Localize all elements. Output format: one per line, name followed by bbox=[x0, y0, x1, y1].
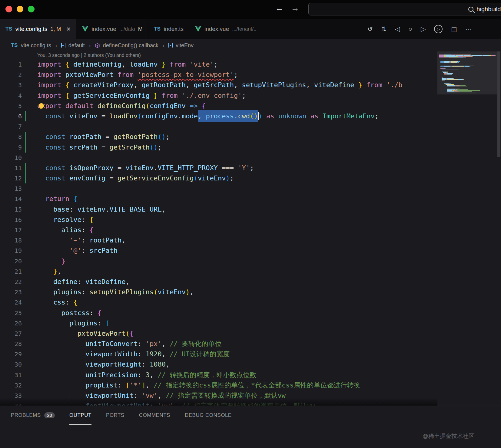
line-number: 1 bbox=[0, 59, 22, 70]
minimap-slider[interactable] bbox=[437, 51, 497, 94]
code-text: '@': srcPath bbox=[0, 245, 501, 256]
code-line-2[interactable]: 2import pxtoViewPort from 'postcss-px-to… bbox=[0, 70, 501, 80]
breadcrumb-item[interactable]: viteEnv bbox=[176, 42, 194, 49]
gutter-change-indicator bbox=[25, 173, 26, 183]
code-line-30[interactable]: 30 viewportHeight: 1080, bbox=[0, 359, 501, 370]
code-line-17[interactable]: 17 alias: { bbox=[0, 225, 501, 235]
code-line-21[interactable]: 21 }, bbox=[0, 266, 501, 277]
line-number: 9 bbox=[0, 142, 22, 153]
code-text: plugins: [ bbox=[0, 318, 501, 328]
minimap[interactable] bbox=[437, 51, 497, 406]
scrollbar-thumb[interactable] bbox=[497, 51, 500, 157]
code-line-24[interactable]: 24 css: { bbox=[0, 297, 501, 308]
code-line-28[interactable]: 28 unitToConvert: 'px', // 要转化的单位 bbox=[0, 339, 501, 349]
code-line-4[interactable]: 4import { getServiceEnvConfig } from './… bbox=[0, 91, 501, 101]
previous-change-icon[interactable]: ◁ bbox=[395, 25, 400, 33]
code-text: pxtoViewPort({ bbox=[0, 328, 501, 339]
code-text: viewportHeight: 1080, bbox=[0, 359, 501, 370]
timeline-history-icon[interactable]: ↺ bbox=[367, 25, 373, 33]
code-line-3[interactable]: 3import { createViteProxy, getRootPath, … bbox=[0, 80, 501, 90]
code-text: unitToConvert: 'px', // 要转化的单位 bbox=[0, 339, 501, 349]
code-text: const viteEnv = loadEnv(configEnv.mode, … bbox=[0, 111, 501, 121]
breadcrumb-item[interactable]: default bbox=[68, 42, 85, 49]
code-line-13[interactable]: 13 bbox=[0, 183, 501, 194]
line-number: 25 bbox=[0, 308, 22, 318]
editor: You, 3 seconds ago | 2 authors (You and … bbox=[0, 51, 501, 406]
code-line-23[interactable]: 23 plugins: setupVitePlugins(viteEnv), bbox=[0, 287, 501, 297]
editor-tab-index.vue[interactable]: index.vue.../tenant/.. bbox=[189, 19, 262, 39]
vue-file-icon bbox=[82, 26, 88, 32]
command-center-search[interactable]: highbuildin bbox=[308, 3, 501, 15]
code-line-9[interactable]: 9 const srcPath = getSrcPath(); bbox=[0, 142, 501, 153]
code-line-11[interactable]: 11 const isOpenProxy = viteEnv.VITE_HTTP… bbox=[0, 163, 501, 173]
split-editor-icon[interactable]: ◫ bbox=[451, 25, 457, 33]
code-text: } bbox=[0, 256, 501, 266]
more-actions-icon[interactable]: ⋯ bbox=[466, 25, 472, 33]
code-text: export default defineConfig(configEnv =>… bbox=[0, 101, 501, 111]
window-controls bbox=[5, 6, 35, 12]
code-line-6[interactable]: 6 const viteEnv = loadEnv(configEnv.mode… bbox=[0, 111, 501, 121]
zoom-window-button[interactable] bbox=[28, 6, 35, 12]
nav-forward-button[interactable]: → bbox=[291, 3, 299, 13]
editor-tab-index.ts[interactable]: TSindex.ts bbox=[148, 19, 189, 39]
breadcrumb-file[interactable]: vite.config.ts bbox=[21, 42, 51, 49]
code-line-12[interactable]: 12 const envConfig = getServiceEnvConfig… bbox=[0, 173, 501, 183]
panel-tab-output[interactable]: OUTPUT bbox=[69, 406, 91, 425]
watermark: @稀土掘金技术社区 bbox=[423, 432, 474, 440]
vertical-scrollbar[interactable] bbox=[497, 51, 501, 406]
line-number: 3 bbox=[0, 80, 22, 90]
code-text: resolve: { bbox=[0, 215, 501, 225]
lightbulb-icon[interactable] bbox=[39, 103, 44, 108]
code-line-5[interactable]: 5export default defineConfig(configEnv =… bbox=[0, 101, 501, 111]
code-line-18[interactable]: 18 '~': rootPath, bbox=[0, 235, 501, 245]
code-line-31[interactable]: 31 unitPrecision: 3, // 转换后的精度，即小数点位数 bbox=[0, 370, 501, 380]
editor-tab-vite.config.ts[interactable]: TSvite.config.ts1, M× bbox=[0, 19, 76, 39]
breadcrumb-item[interactable]: defineConfig() callback bbox=[103, 42, 158, 49]
symbol-method-icon bbox=[95, 43, 100, 48]
code-line-29[interactable]: 29 viewportWidth: 1920, // UI设计稿的宽度 bbox=[0, 349, 501, 359]
code-text: }, bbox=[0, 266, 501, 277]
code-line-14[interactable]: 14 return { bbox=[0, 194, 501, 204]
code-line-27[interactable]: 27 pxtoViewPort({ bbox=[0, 328, 501, 339]
code-line-15[interactable]: 15 base: viteEnv.VITE_BASE_URL, bbox=[0, 204, 501, 215]
code-text: const envConfig = getServiceEnvConfig(vi… bbox=[0, 173, 501, 183]
bottom-panel: PROBLEMS20OUTPUTPORTSCOMMENTSDEBUG CONSO… bbox=[0, 406, 501, 448]
typescript-file-icon: TS bbox=[11, 42, 18, 48]
code-line-25[interactable]: 25 postcss: { bbox=[0, 308, 501, 318]
next-change-icon[interactable]: ▷ bbox=[421, 25, 426, 33]
close-tab-icon[interactable]: × bbox=[66, 25, 71, 33]
code-text: base: viteEnv.VITE_BASE_URL, bbox=[0, 204, 501, 215]
code-line-8[interactable]: 8 const rootPath = getRootPath(); bbox=[0, 132, 501, 142]
close-window-button[interactable] bbox=[5, 6, 12, 12]
gutter-change-indicator bbox=[25, 163, 26, 173]
code-line-26[interactable]: 26 plugins: [ bbox=[0, 318, 501, 328]
code-line-16[interactable]: 16 resolve: { bbox=[0, 215, 501, 225]
editor-actions: ↺⇅◁○▷▷◫⋯ bbox=[367, 19, 501, 39]
panel-tab-ports[interactable]: PORTS bbox=[106, 406, 124, 425]
line-number: 19 bbox=[0, 245, 22, 256]
minimize-window-button[interactable] bbox=[17, 6, 23, 12]
symbol-variable-icon bbox=[168, 43, 173, 48]
code-line-10[interactable]: 10 bbox=[0, 153, 501, 163]
code-line-7[interactable]: 7 bbox=[0, 121, 501, 132]
nav-back-button[interactable]: ← bbox=[275, 3, 284, 13]
panel-tab-debug-console[interactable]: DEBUG CONSOLE bbox=[185, 406, 232, 425]
open-changes-icon[interactable]: ○ bbox=[408, 25, 412, 33]
panel-tab-comments[interactable]: COMMENTS bbox=[139, 406, 170, 425]
code-line-1[interactable]: 1import { defineConfig, loadEnv } from '… bbox=[0, 59, 501, 70]
code-text: import { createViteProxy, getRootPath, g… bbox=[0, 80, 501, 90]
line-number: 5 bbox=[0, 101, 22, 111]
code-line-32[interactable]: 32 propList: ['*'], // 指定转换的css属性的单位，*代表… bbox=[0, 380, 501, 390]
editor-tab-index.vue[interactable]: index.vue.../dataM bbox=[76, 19, 148, 39]
problems-count-badge: 20 bbox=[44, 412, 55, 418]
code-line-19[interactable]: 19 '@': srcPath bbox=[0, 245, 501, 256]
run-file-icon[interactable]: ▷ bbox=[434, 25, 443, 33]
vscode-window: ← → highbuildin TSvite.config.ts1, M×ind… bbox=[0, 0, 501, 448]
codelens-blame[interactable]: You, 3 seconds ago | 2 authors (You and … bbox=[0, 51, 501, 59]
code-line-20[interactable]: 20 } bbox=[0, 256, 501, 266]
code-line-22[interactable]: 22 define: viteDefine, bbox=[0, 277, 501, 287]
line-number: 2 bbox=[0, 70, 22, 80]
git-compare-icon[interactable]: ⇅ bbox=[381, 25, 387, 33]
panel-tab-problems[interactable]: PROBLEMS20 bbox=[11, 406, 55, 425]
line-number: 23 bbox=[0, 287, 22, 297]
